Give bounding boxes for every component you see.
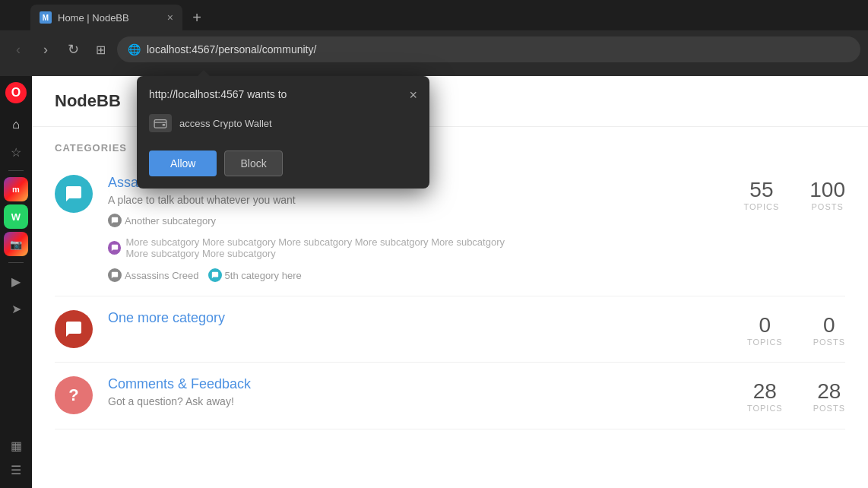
- topics-label-3: TOPICS: [747, 404, 783, 413]
- sidebar-item-whatsapp[interactable]: W: [4, 204, 28, 229]
- topics-label-1: TOPICS: [744, 202, 780, 211]
- block-button[interactable]: Block: [224, 151, 282, 176]
- opera-logo: O: [5, 82, 27, 103]
- tab-bar: M Home | NodeBB × +: [0, 0, 868, 30]
- category-stats-1: 55 TOPICS 100 POSTS: [693, 175, 845, 211]
- topics-count-3: 28: [747, 379, 783, 404]
- topics-count-1: 55: [744, 178, 780, 202]
- permission-dialog: http://localhost:4567 wants to × access …: [137, 76, 429, 189]
- posts-count-3: 28: [813, 379, 845, 404]
- category-title-3[interactable]: Comments & Feedback: [108, 376, 693, 392]
- active-tab[interactable]: M Home | NodeBB ×: [30, 5, 182, 30]
- tab-favicon: M: [40, 11, 52, 24]
- subcategory-label-4: 5th category here: [225, 270, 302, 281]
- topics-count-2: 0: [747, 313, 783, 337]
- sidebar-item-play[interactable]: ▶: [4, 269, 28, 293]
- svg-rect-1: [163, 124, 166, 126]
- category-title-2[interactable]: One more category: [108, 310, 693, 326]
- subcategory-label-2[interactable]: More subcatgory More subcatgory More sub…: [125, 236, 693, 259]
- browser-chrome: M Home | NodeBB × + ‹ › ↻ ⊞ 🌐 localhost:…: [0, 0, 868, 76]
- opera-sidebar: O ⌂ ☆ m W 📷 ▶ ➤ ▦ ☰: [0, 76, 32, 488]
- subcategory-icon-4: [208, 268, 222, 282]
- posts-stat-1: 100 POSTS: [809, 178, 845, 211]
- category-desc-3: Got a question? Ask away!: [108, 395, 693, 407]
- posts-stat-2: 0 POSTS: [813, 313, 845, 347]
- sidebar-item-messenger[interactable]: m: [4, 177, 28, 201]
- sidebar-item-calendar[interactable]: ▦: [4, 433, 28, 458]
- topics-stat-1: 55 TOPICS: [744, 178, 780, 211]
- sidebar-item-instagram[interactable]: 📷: [4, 232, 28, 256]
- wallet-icon: [149, 114, 172, 132]
- dialog-actions: Allow Block: [137, 144, 429, 189]
- reload-button[interactable]: ↻: [62, 39, 84, 60]
- topics-stat-3: 28 TOPICS: [747, 379, 783, 413]
- subcategory-tag-3[interactable]: Assassins Creed: [108, 268, 199, 282]
- category-comments: ? Comments & Feedback Got a question? As…: [55, 363, 845, 429]
- forward-button[interactable]: ›: [35, 39, 56, 60]
- dialog-header: http://localhost:4567 wants to ×: [137, 76, 429, 108]
- grid-button[interactable]: ⊞: [90, 39, 111, 60]
- category-stats-3: 28 TOPICS 28 POSTS: [693, 376, 845, 413]
- category-desc-1: A place to talk about whatever you want: [108, 194, 693, 206]
- subcategory-tag-4[interactable]: 5th category here: [208, 268, 302, 282]
- category-icon-teal: [55, 175, 93, 213]
- dialog-icon-row: access Crypto Wallet: [137, 108, 429, 144]
- tab-title: Home | NodeBB: [58, 12, 129, 24]
- dialog-title: http://localhost:4567 wants to: [149, 88, 287, 100]
- topics-label-2: TOPICS: [747, 337, 783, 347]
- dialog-subtitle: access Crypto Wallet: [179, 118, 272, 129]
- address-text: localhost:4567/personal/community/: [147, 43, 316, 55]
- tab-close-button[interactable]: ×: [167, 11, 173, 24]
- allow-button[interactable]: Allow: [149, 151, 217, 176]
- category-icon-red: [55, 310, 93, 348]
- topics-stat-2: 0 TOPICS: [747, 313, 783, 347]
- dialog-pointer: [198, 70, 210, 76]
- category-icon-salmon: ?: [55, 376, 93, 414]
- posts-label-2: POSTS: [813, 337, 845, 347]
- new-tab-button[interactable]: +: [185, 5, 208, 30]
- nodebb-logo: NodeBB: [55, 91, 121, 110]
- sidebar-item-home[interactable]: ⌂: [4, 112, 28, 137]
- sidebar-item-send[interactable]: ➤: [4, 296, 28, 321]
- dialog-close-button[interactable]: ×: [409, 88, 417, 102]
- sidebar-item-star[interactable]: ☆: [4, 140, 28, 164]
- posts-count-2: 0: [813, 313, 845, 337]
- subcategory-label-3: Assassins Creed: [125, 270, 199, 281]
- posts-stat-3: 28 POSTS: [813, 379, 845, 413]
- subcategory-tag-1[interactable]: Another subcategory: [108, 214, 216, 227]
- category-content-2: One more category: [108, 310, 693, 326]
- subcategory-icon-1: [108, 214, 122, 227]
- subcategory-label-1: Another subcategory: [125, 215, 216, 227]
- category-content-1: Assassin's Creed A place to talk about w…: [108, 175, 693, 282]
- globe-icon: 🌐: [128, 43, 141, 55]
- category-stats-2: 0 TOPICS 0 POSTS: [693, 310, 845, 347]
- category-one-more: One more category 0 TOPICS 0 POSTS: [55, 296, 845, 363]
- category-content-3: Comments & Feedback Got a question? Ask …: [108, 376, 693, 415]
- sidebar-divider-2: [8, 262, 24, 263]
- back-button[interactable]: ‹: [8, 39, 29, 60]
- address-bar[interactable]: 🌐 localhost:4567/personal/community/: [117, 36, 860, 62]
- sidebar-item-list[interactable]: ☰: [4, 458, 28, 482]
- posts-label-1: POSTS: [809, 202, 845, 211]
- subcategory-icon-2: [108, 241, 121, 255]
- browser-toolbar: ‹ › ↻ ⊞ 🌐 localhost:4567/personal/commun…: [0, 30, 868, 68]
- subcategories-1: Another subcategory More subcatgory More…: [108, 214, 693, 282]
- sidebar-divider: [8, 170, 24, 171]
- subcategory-icon-3: [108, 268, 122, 282]
- posts-label-3: POSTS: [813, 404, 845, 413]
- posts-count-1: 100: [809, 178, 845, 202]
